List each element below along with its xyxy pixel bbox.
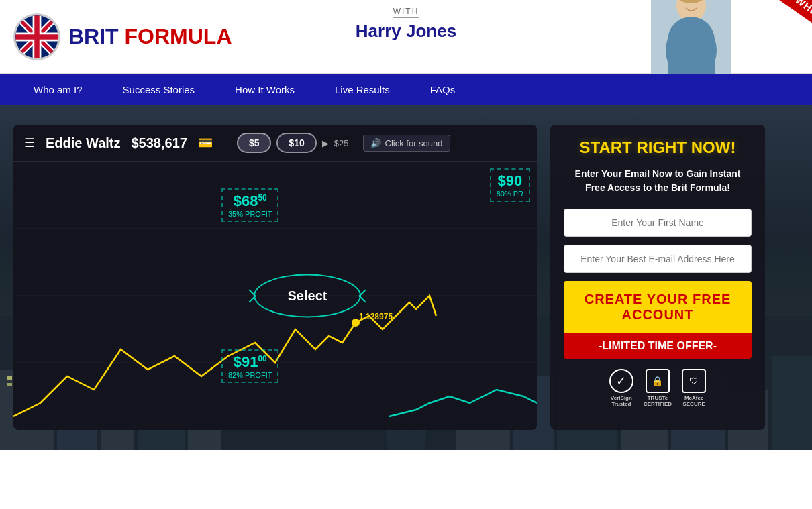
hamburger-icon[interactable]: ☰ bbox=[24, 135, 35, 150]
trust-badges: ✓ VeriSignTrusted 🔒 TRUSTeCERTIFIED 🛡 Mc… bbox=[564, 369, 752, 407]
nav-item-how-it-works[interactable]: How It Works bbox=[215, 74, 315, 105]
profit-label-top-left: $6850 35% PROFIT bbox=[221, 188, 278, 222]
profit-pct-3: 82% PROFIT bbox=[228, 371, 272, 379]
svg-rect-27 bbox=[772, 356, 812, 450]
limited-offer-label: -LIMITED TIME OFFER- bbox=[564, 333, 752, 359]
verisign-icon: ✓ bbox=[609, 369, 633, 393]
logo-text: BRIT FORMULA bbox=[68, 24, 232, 49]
trust-badge-truste: 🔒 TRUSTeCERTIFIED bbox=[644, 369, 672, 407]
amount-btn-5[interactable]: $5 bbox=[237, 133, 272, 153]
ellipsis: ▶ bbox=[322, 138, 329, 148]
right-panel: START RIGHT NOW! Enter Your Email Now to… bbox=[550, 125, 765, 430]
nav-item-faqs[interactable]: FAQs bbox=[410, 74, 476, 105]
amount-25: $25 bbox=[334, 138, 349, 148]
first-name-input[interactable] bbox=[564, 209, 752, 237]
uk-flag-icon bbox=[13, 13, 60, 60]
svg-rect-28 bbox=[7, 376, 12, 380]
profit-label-bottom: $9100 82% PROFIT bbox=[221, 349, 278, 383]
verisign-label: VeriSignTrusted bbox=[611, 395, 632, 407]
start-title: START RIGHT NOW! bbox=[564, 138, 752, 157]
credit-card-icon: 💳 bbox=[198, 135, 213, 150]
select-circle[interactable]: Select bbox=[254, 274, 361, 318]
nav-item-who-am-i[interactable]: Who am I? bbox=[13, 74, 103, 105]
select-label[interactable]: Select bbox=[288, 288, 327, 304]
mcafee-icon: 🛡 bbox=[682, 369, 706, 393]
amount-btn-10[interactable]: $10 bbox=[276, 133, 316, 153]
profit-pct-1: 35% PROFIT bbox=[228, 210, 272, 218]
profit-amount-3: $9100 bbox=[228, 353, 272, 371]
nav: Who am I? Success Stories How It Works L… bbox=[0, 74, 812, 105]
trader-name: Eddie Waltz bbox=[46, 135, 120, 151]
nav-item-success-stories[interactable]: Success Stories bbox=[103, 74, 215, 105]
profit-pct-2: 80% PR bbox=[497, 190, 523, 198]
sound-label: Click for sound bbox=[385, 138, 443, 148]
main-content: ☰ Eddie Waltz $538,617 💳 $5 $10 ▶ $25 🔊 … bbox=[0, 105, 812, 450]
mcafee-label: McAfeeSECURE bbox=[682, 395, 705, 407]
header-center: WITH Harry Jones bbox=[356, 7, 456, 42]
profit-amount-1: $6850 bbox=[228, 192, 272, 210]
nav-item-live-results[interactable]: Live Results bbox=[315, 74, 410, 105]
logo-formula: FORMULA bbox=[125, 24, 232, 48]
profit-amount-2: $90 bbox=[497, 172, 523, 190]
chart-widget: ☰ Eddie Waltz $538,617 💳 $5 $10 ▶ $25 🔊 … bbox=[13, 125, 537, 430]
trader-amount: $538,617 bbox=[131, 135, 187, 151]
trust-badge-verisign: ✓ VeriSignTrusted bbox=[609, 369, 633, 407]
trust-badge-mcafee: 🛡 McAfeeSECURE bbox=[682, 369, 706, 407]
works-anywhere-banner: WORKS ANYWHERE bbox=[691, 0, 812, 74]
with-label: WITH bbox=[393, 7, 419, 18]
svg-rect-30 bbox=[7, 383, 12, 386]
cta-button[interactable]: CREATE YOUR FREE ACCOUNT bbox=[564, 281, 752, 333]
host-name: Harry Jones bbox=[356, 21, 456, 42]
svg-text:1.128975: 1.128975 bbox=[359, 312, 393, 321]
truste-label: TRUSTeCERTIFIED bbox=[644, 395, 672, 407]
header: BRIT FORMULA WITH Harry Jones bbox=[0, 0, 812, 74]
chart-header: ☰ Eddie Waltz $538,617 💳 $5 $10 ▶ $25 🔊 … bbox=[13, 125, 537, 162]
profit-label-top-right: $90 80% PR bbox=[490, 168, 530, 202]
logo-brit: BRIT bbox=[68, 24, 119, 48]
works-anywhere-ribbon: WORKS ANYWHERE bbox=[709, 0, 812, 28]
truste-icon: 🔒 bbox=[646, 369, 670, 393]
start-description: Enter Your Email Now to Gain Instant Fre… bbox=[564, 167, 752, 195]
logo-area: BRIT FORMULA bbox=[13, 13, 232, 60]
sound-button[interactable]: 🔊 Click for sound bbox=[363, 135, 450, 152]
email-input[interactable] bbox=[564, 245, 752, 273]
amount-buttons: $5 $10 ▶ $25 bbox=[237, 133, 349, 153]
sound-icon: 🔊 bbox=[370, 138, 381, 148]
chart-body: 1.128975 $6850 35% PROFIT $90 80% PR $9 bbox=[13, 162, 537, 430]
